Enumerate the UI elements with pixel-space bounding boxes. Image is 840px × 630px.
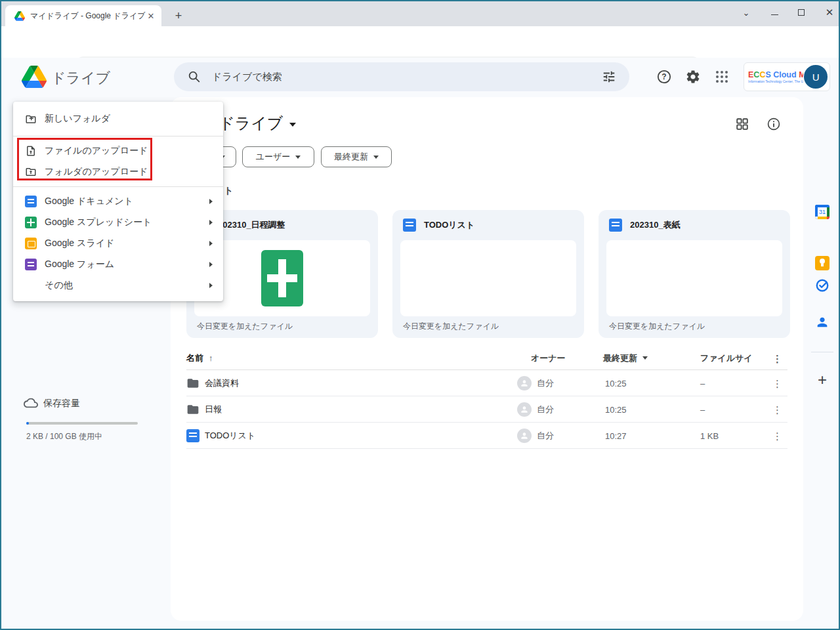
submenu-arrow-icon — [209, 283, 213, 288]
card-caption: 今日変更を加えたファイル — [403, 321, 499, 332]
card-title-row: 202310_表紙 — [609, 219, 681, 232]
chevron-down-icon — [373, 156, 379, 159]
drive-avatar[interactable]: U — [804, 65, 828, 89]
sort-ascending-icon: ↑ — [209, 353, 213, 363]
menu-item-google-sheets[interactable]: Google スプレッドシート — [13, 212, 223, 233]
info-icon[interactable] — [766, 117, 781, 131]
drive-search-input[interactable]: ドライブで検索 — [174, 62, 629, 91]
card-thumbnail — [606, 240, 782, 316]
filter-chip-people[interactable]: ユーザー — [242, 146, 314, 167]
folder-upload-icon — [25, 166, 37, 178]
calendar-icon[interactable]: 31 — [815, 205, 830, 219]
apps-grid-icon[interactable] — [714, 69, 730, 85]
drive-logo — [21, 66, 47, 88]
card-thumbnail — [400, 240, 576, 316]
window-close-icon[interactable]: ✕ — [824, 7, 835, 18]
search-placeholder: ドライブで検索 — [212, 71, 602, 83]
settings-gear-icon[interactable] — [685, 69, 701, 85]
tasks-icon[interactable] — [815, 278, 830, 293]
title-dropdown-icon — [289, 123, 296, 127]
account-badge[interactable]: ECCS Cloud Mail Information Technology C… — [744, 62, 830, 91]
chip-label: 最終更新 — [334, 151, 368, 163]
menu-item-label: Google ドキュメント — [45, 196, 133, 207]
drive-header: ドライブ ドライブで検索 ? ECCS Cloud Mail Informati… — [1, 58, 839, 96]
storage-progress-fill — [26, 422, 29, 425]
file-name: TODOリスト — [205, 430, 255, 442]
card-title: 202310_表紙 — [630, 219, 681, 231]
slides-icon — [25, 238, 37, 249]
chevron-down-icon — [642, 356, 648, 360]
contacts-icon[interactable] — [815, 315, 830, 329]
row-more-icon[interactable]: ⋮ — [772, 434, 782, 437]
card-caption: 今日変更を加えたファイル — [197, 321, 293, 332]
sheets-icon — [25, 217, 37, 228]
browser-toolbar: drive.google.com/drive/my-drive U ⋮ — [1, 26, 839, 58]
header-owner[interactable]: オーナー — [531, 352, 566, 364]
table-row[interactable]: TODOリスト 自分 10:27 1 KB ⋮ — [186, 423, 788, 449]
submenu-arrow-icon — [209, 241, 213, 246]
suggested-card[interactable]: 202310_表紙 今日変更を加えたファイル — [598, 210, 790, 338]
account-badge-title: ECCS Cloud Mail — [748, 70, 803, 79]
drive-favicon — [14, 11, 25, 21]
card-caption: 今日変更を加えたファイル — [609, 321, 705, 332]
storage-label[interactable]: 保存容量 — [43, 398, 80, 410]
browser-tab[interactable]: マイドライブ - Google ドライブ ✕ — [5, 5, 161, 26]
folder-icon — [186, 377, 200, 390]
menu-item-google-slides[interactable]: Google スライド — [13, 233, 223, 254]
sheets-preview-art — [261, 250, 303, 306]
minimize-icon[interactable] — [771, 14, 778, 15]
header-modified[interactable]: 最終更新 — [603, 352, 648, 364]
menu-item-folder-upload[interactable]: フォルダのアップロード — [13, 161, 223, 182]
menu-item-new-folder[interactable]: 新しいフォルダ — [13, 106, 223, 132]
card-title: 202310_日程調整 — [218, 219, 285, 231]
rail-divider — [811, 352, 833, 352]
docs-icon — [25, 196, 37, 207]
filter-chip-modified[interactable]: 最終更新 — [321, 146, 392, 167]
menu-item-label: 新しいフォルダ — [45, 113, 110, 125]
submenu-arrow-icon — [209, 262, 213, 267]
grid-view-toggle-icon[interactable] — [735, 117, 749, 131]
submenu-arrow-icon — [209, 199, 213, 204]
file-name: 日報 — [205, 404, 222, 415]
tab-close-icon[interactable]: ✕ — [146, 10, 156, 21]
file-upload-icon — [25, 145, 37, 157]
new-menu: 新しいフォルダ ファイルのアップロード フォルダのアップロード Google ド… — [13, 102, 223, 301]
browser-window: マイドライブ - Google ドライブ ✕ + ⌄ ✕ drive.googl… — [0, 0, 840, 630]
table-row[interactable]: 日報 自分 10:25 – ⋮ — [186, 396, 788, 423]
header-size[interactable]: ファイルサイ — [700, 352, 753, 364]
file-table: 名前↑ オーナー 最終更新 ファイルサイ ⋮ 会議資料 自分 10:25 – ⋮… — [186, 346, 788, 449]
keep-icon[interactable] — [815, 256, 830, 270]
help-icon[interactable]: ? — [656, 69, 672, 85]
menu-item-google-docs[interactable]: Google ドキュメント — [13, 191, 223, 212]
tab-strip: マイドライブ - Google ドライブ ✕ + ⌄ ✕ — [1, 1, 839, 26]
menu-item-file-upload[interactable]: ファイルのアップロード — [13, 140, 223, 161]
new-folder-icon — [25, 113, 37, 125]
menu-divider — [13, 186, 223, 187]
tab-search-icon[interactable]: ⌄ — [741, 7, 751, 18]
owner-avatar — [517, 402, 532, 417]
suggested-card[interactable]: TODOリスト 今日変更を加えたファイル — [392, 210, 584, 338]
search-options-icon[interactable] — [602, 70, 616, 84]
menu-item-label: ファイルのアップロード — [45, 145, 148, 157]
card-title: TODOリスト — [424, 219, 474, 231]
chevron-down-icon — [295, 156, 301, 159]
menu-item-google-forms[interactable]: Google フォーム — [13, 254, 223, 275]
docs-icon — [403, 219, 416, 232]
maximize-icon[interactable] — [798, 9, 805, 16]
account-badge-text: ECCS Cloud Mail Information Technology C… — [746, 70, 803, 83]
modified-time: 10:25 — [605, 404, 627, 414]
menu-item-label: その他 — [45, 280, 73, 291]
header-more-icon[interactable]: ⋮ — [772, 356, 782, 360]
menu-item-more[interactable]: その他 — [13, 275, 223, 296]
header-name[interactable]: 名前↑ — [186, 352, 213, 364]
row-more-icon[interactable]: ⋮ — [772, 381, 782, 385]
table-header: 名前↑ オーナー 最終更新 ファイルサイ ⋮ — [186, 346, 788, 370]
owner-avatar — [517, 376, 532, 390]
menu-item-label: Google スプレッドシート — [45, 217, 152, 228]
new-tab-button[interactable]: + — [171, 8, 186, 24]
menu-item-label: Google フォーム — [45, 259, 114, 270]
row-more-icon[interactable]: ⋮ — [772, 408, 782, 411]
account-badge-subtitle: Information Technology Center, The Unive… — [748, 79, 803, 83]
add-addon-icon[interactable]: + — [815, 371, 830, 388]
table-row[interactable]: 会議資料 自分 10:25 – ⋮ — [186, 370, 788, 396]
